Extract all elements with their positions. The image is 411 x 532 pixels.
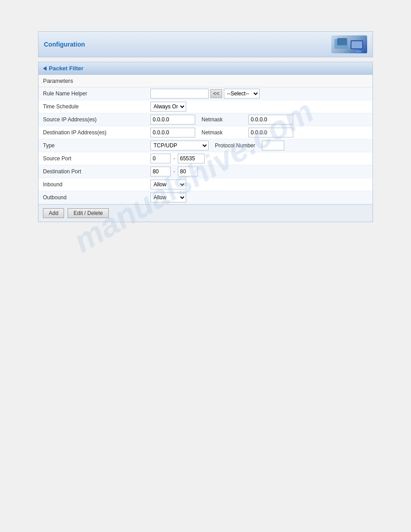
dest-port-label: Destination Port (39, 167, 148, 176)
type-label: Type (39, 141, 148, 150)
main-panel: Packet Filter Parameters Rule Name Helpe… (38, 62, 373, 222)
inbound-label: Inbound (39, 180, 148, 189)
source-ip-controls: Netmask (148, 113, 372, 126)
action-bar: Add Edit / Delete (39, 204, 372, 222)
time-schedule-label: Time Schedule (39, 102, 148, 112)
helper-btn[interactable]: << (210, 89, 222, 98)
source-port-from-input[interactable] (150, 154, 171, 163)
dest-port-from-input[interactable] (150, 167, 171, 176)
source-port-label: Source Port (39, 154, 148, 163)
helper-select[interactable]: --Select-- (224, 89, 260, 99)
dest-ip-input[interactable] (150, 128, 195, 137)
rule-name-label: Rule Name Helper (39, 89, 148, 99)
protocol-number-input[interactable] (262, 141, 284, 150)
source-netmask-input[interactable] (248, 115, 293, 124)
inbound-row: Inbound Allow Deny (39, 178, 372, 191)
outbound-label: Outbound (39, 193, 148, 202)
dest-netmask-group: Netmask (201, 128, 293, 137)
add-button[interactable]: Add (43, 208, 64, 218)
dest-port-separator: - (173, 168, 175, 175)
source-port-row: Source Port - (39, 152, 372, 165)
outbound-select[interactable]: Allow Deny (150, 193, 186, 202)
protocol-number-group: Protocol Number (215, 141, 284, 150)
source-netmask-group: Netmask (201, 115, 293, 124)
protocol-number-label: Protocol Number (215, 142, 260, 149)
dest-netmask-label: Netmask (201, 129, 246, 136)
collapse-icon[interactable] (43, 66, 47, 71)
rule-name-controls: << --Select-- (148, 87, 372, 100)
dest-port-controls: - (148, 165, 372, 178)
dest-netmask-input[interactable] (248, 128, 293, 137)
header-icon (331, 35, 367, 53)
svg-rect-3 (351, 41, 362, 48)
time-schedule-controls: Always On (148, 100, 372, 113)
time-schedule-row: Time Schedule Always On (39, 100, 372, 113)
svg-rect-5 (355, 51, 361, 52)
dest-ip-label: Destination IP Address(es) (39, 128, 148, 137)
type-select[interactable]: TCP/UDP TCP UDP ICMP Custom (150, 141, 209, 150)
source-port-to-input[interactable] (178, 154, 205, 163)
section-title: Packet Filter (49, 65, 83, 72)
source-ip-input[interactable] (150, 115, 195, 124)
params-heading: Parameters (39, 75, 372, 87)
outbound-controls: Allow Deny (148, 191, 372, 204)
section-header: Packet Filter (39, 62, 372, 75)
header-bar: Configuration (38, 31, 373, 57)
time-schedule-select[interactable]: Always On (150, 102, 186, 112)
svg-rect-1 (337, 38, 347, 45)
source-ip-label: Source IP Address(es) (39, 115, 148, 124)
dest-port-row: Destination Port - (39, 165, 372, 178)
inbound-select[interactable]: Allow Deny (150, 180, 186, 189)
rule-name-row: Rule Name Helper << --Select-- (39, 87, 372, 100)
dest-port-to-input[interactable] (178, 167, 198, 176)
source-port-separator: - (173, 155, 175, 162)
outbound-row: Outbound Allow Deny (39, 191, 372, 204)
source-netmask-label: Netmask (201, 116, 246, 123)
header-title: Configuration (44, 41, 85, 48)
type-row: Type TCP/UDP TCP UDP ICMP Custom Protoco… (39, 139, 372, 152)
page-wrapper: manualshive.com Configuration Packet Fil… (0, 0, 411, 532)
dest-ip-row: Destination IP Address(es) Netmask (39, 126, 372, 139)
rule-name-input[interactable] (150, 89, 209, 99)
source-ip-row: Source IP Address(es) Netmask (39, 113, 372, 126)
inbound-controls: Allow Deny (148, 178, 372, 191)
source-port-controls: - (148, 152, 372, 165)
type-controls: TCP/UDP TCP UDP ICMP Custom Protocol Num… (148, 139, 372, 152)
edit-delete-button[interactable]: Edit / Delete (68, 208, 108, 218)
dest-ip-controls: Netmask (148, 126, 372, 139)
